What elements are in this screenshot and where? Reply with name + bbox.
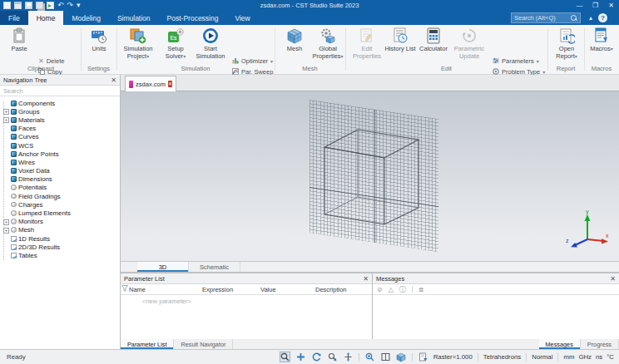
tree-item-2d3d-results[interactable]: 2D/3D Results (3, 243, 120, 251)
tree-item-curves[interactable]: Curves (3, 133, 120, 141)
tab-file[interactable]: File (0, 11, 28, 25)
save-all-icon[interactable] (36, 2, 43, 9)
expand-icon[interactable]: + (3, 228, 9, 234)
rotate-tool-icon[interactable] (311, 352, 322, 362)
message-list-icon[interactable]: ≣ (418, 286, 424, 293)
tree-item-faces[interactable]: Faces (3, 125, 120, 133)
parametric-update-button[interactable]: Parametric Update (450, 27, 488, 60)
tree-item-voxel-data[interactable]: Voxel Data (3, 167, 120, 175)
column-name[interactable]: Name (129, 286, 202, 293)
tree-item-monitors[interactable]: +Monitors (3, 218, 120, 226)
units-button[interactable]: Units (83, 27, 115, 53)
info-filter-icon[interactable]: ⓘ (399, 285, 406, 294)
undo-icon[interactable]: ↶ (57, 2, 64, 9)
tab-result-navigator[interactable]: Result Navigator (174, 339, 233, 349)
zoom-tool-icon[interactable] (280, 352, 290, 362)
tree-item-tables[interactable]: Tables (3, 251, 120, 259)
expand-icon[interactable]: + (3, 219, 9, 225)
viewport-3d[interactable]: y x z (121, 91, 619, 261)
tab-3d[interactable]: 3D (137, 262, 189, 272)
column-value[interactable]: Value (260, 286, 315, 293)
tree-item-wcs[interactable]: WCS (3, 141, 120, 150)
mesh-properties-icon[interactable] (418, 352, 428, 362)
collapse-ribbon-icon[interactable]: ▴ (589, 11, 592, 25)
save-icon[interactable] (25, 2, 32, 9)
new-parameter-row[interactable]: <new parameter> (121, 295, 372, 305)
mesh-cube-icon (286, 27, 303, 44)
open-report-button[interactable]: Open Report▾ (550, 27, 583, 60)
global-properties-button[interactable]: Global Properties▾ (311, 27, 344, 60)
maximize-button[interactable]: ❐ (587, 0, 603, 11)
parametric-update-icon (461, 27, 478, 44)
tab-parameter-list[interactable]: Parameter List (121, 339, 174, 349)
parameter-list-close-icon[interactable]: ✕ (363, 275, 369, 283)
expand-icon[interactable]: + (3, 109, 9, 115)
paste-button[interactable]: Paste (3, 27, 35, 53)
tree-item-field-gradings[interactable]: Field Gradings (3, 192, 120, 200)
expand-icon[interactable]: + (3, 117, 9, 123)
navigation-tree-close-icon[interactable]: ✕ (111, 76, 116, 84)
tree-item-materials[interactable]: +Materials (3, 116, 120, 124)
tree-item-dimensions[interactable]: Dimensions (3, 175, 120, 184)
tab-schematic[interactable]: Schematic (189, 262, 240, 272)
ribbon-search-input[interactable] (514, 14, 570, 22)
column-description[interactable]: Description (315, 286, 372, 293)
pan-tool-icon[interactable] (295, 352, 306, 362)
search-icon (570, 14, 577, 22)
group-edit: Edit (345, 65, 547, 72)
errors-filter-icon[interactable]: ⊘ (377, 286, 383, 293)
document-close-icon[interactable]: ✕ (168, 81, 172, 87)
tree-item-potentials[interactable]: Potentials (3, 184, 120, 192)
tree-item-wires[interactable]: Wires (3, 158, 120, 166)
calculator-button[interactable]: Calculator (417, 27, 450, 53)
tab-messages[interactable]: Messages (539, 339, 581, 349)
tree-item-mesh[interactable]: +Mesh (3, 226, 120, 234)
tree-item-groups[interactable]: +Groups (3, 107, 120, 116)
toolbar-more-icon[interactable]: ▾ (77, 2, 81, 9)
unit-frequency: GHz (578, 353, 592, 361)
tab-post-processing[interactable]: Post-Processing (159, 11, 227, 25)
simulation-project-button[interactable]: Simulation Project▾ (119, 27, 157, 60)
import-icon[interactable] (47, 2, 54, 9)
warnings-filter-icon[interactable]: △ (389, 286, 394, 293)
setup-solver-button[interactable]: Es Setup Solver▾ (159, 27, 192, 60)
tab-view[interactable]: View (226, 11, 258, 25)
split-view-icon[interactable] (380, 352, 391, 362)
open-file-icon[interactable] (14, 2, 22, 9)
start-simulation-button[interactable]: Start Simulation (192, 27, 229, 60)
new-project-icon[interactable] (3, 2, 11, 9)
tree-item-anchor-points[interactable]: Anchor Points (3, 150, 120, 158)
close-button[interactable]: ✕ (603, 0, 619, 11)
column-expression[interactable]: Expression (202, 286, 260, 293)
dynamic-rotate-icon[interactable] (343, 352, 354, 362)
minimize-button[interactable]: — (572, 0, 587, 11)
tab-home[interactable]: Home (28, 11, 64, 25)
group-mesh: Mesh (275, 65, 345, 72)
filter-icon[interactable] (121, 285, 129, 293)
redo-icon[interactable]: ↷ (67, 2, 74, 9)
document-tab[interactable]: zsdax.com ✕ (125, 76, 176, 91)
mesh-view-button[interactable]: Mesh (279, 27, 310, 53)
history-list-button[interactable]: History List (384, 27, 416, 53)
tree-item-1d-results[interactable]: 1D Results (3, 234, 120, 243)
tab-modeling[interactable]: Modeling (63, 11, 109, 25)
status-mesh-type[interactable]: Tetrahedrons (483, 353, 522, 361)
status-units[interactable]: mm GHz ns °C (563, 353, 614, 361)
help-icon[interactable]: ? (598, 11, 607, 25)
ribbon-search-box[interactable] (511, 12, 581, 23)
navigation-search-input[interactable] (3, 87, 116, 95)
bounding-box-icon[interactable] (396, 352, 407, 362)
status-accuracy[interactable]: Normal (532, 353, 552, 361)
tree-item-charges[interactable]: Charges (3, 200, 120, 209)
zoom-window-icon[interactable] (327, 352, 338, 362)
tab-progress[interactable]: Progress (581, 339, 619, 349)
tab-simulation[interactable]: Simulation (109, 11, 159, 25)
messages-close-icon[interactable]: ✕ (610, 275, 616, 283)
macros-button[interactable]: Macros▾ (587, 27, 617, 53)
project-icon (129, 81, 133, 88)
tree-item-lumped-elements[interactable]: Lumped Elements (3, 209, 120, 217)
navigation-search-box[interactable] (0, 86, 120, 96)
tree-item-components[interactable]: Components (3, 99, 120, 107)
edit-properties-button[interactable]: Edit Properties (349, 27, 384, 60)
zoom-in-icon[interactable] (364, 352, 375, 362)
